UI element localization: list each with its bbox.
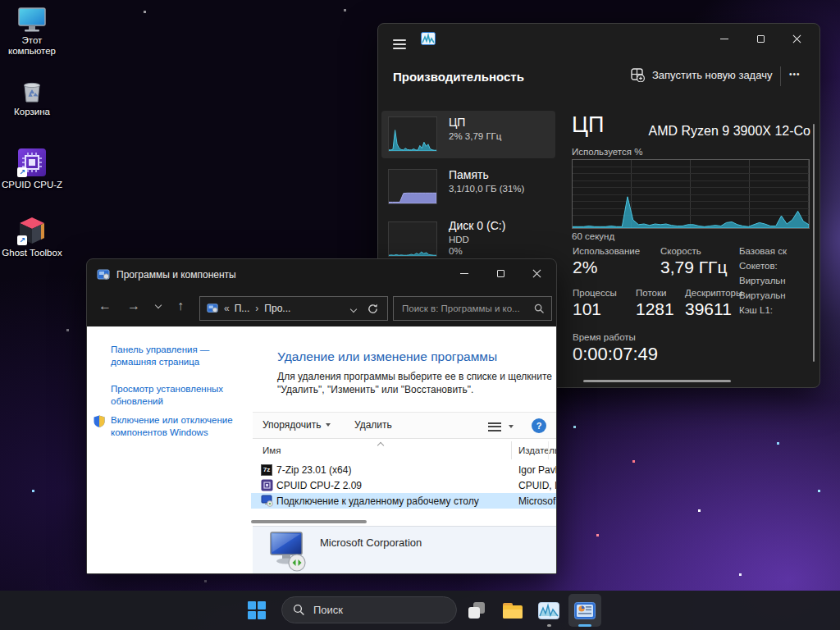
task-view-button[interactable] <box>460 594 493 627</box>
program-name: 7-Zip 23.01 (x64) <box>276 464 351 476</box>
recent-pages-chevron[interactable] <box>155 302 162 308</box>
link-control-panel-home[interactable]: Панель управления — домашняя страница <box>111 344 235 368</box>
program-row-rdp-selected[interactable]: Подключение к удаленному рабочему столу … <box>251 493 556 509</box>
run-new-task-button[interactable]: Запустить новую задачу <box>631 68 772 82</box>
close-button[interactable] <box>778 26 815 51</box>
shortcut-arrow-icon: ↗ <box>17 167 27 177</box>
uninstall-button[interactable]: Удалить <box>354 419 392 431</box>
recycle-bin-icon <box>19 78 45 104</box>
desktop-icon-label: Этот компьютер <box>0 35 64 57</box>
section-heading: Удаление или изменение программы <box>277 349 497 364</box>
graph-y-label: Используется % <box>572 147 642 157</box>
minimize-button[interactable] <box>446 261 482 285</box>
search-box[interactable]: Поиск в: Программы и ко... <box>393 296 552 321</box>
window-title: Программы и компоненты <box>116 269 236 281</box>
minimize-button[interactable] <box>706 26 742 51</box>
vertical-scrollbar[interactable] <box>813 124 815 362</box>
close-button[interactable] <box>518 261 555 285</box>
side-label-base-speed: Базовая ск <box>739 246 787 256</box>
program-row-7zip[interactable]: 7z 7-Zip 23.01 (x64) Igor Pavl <box>251 462 556 477</box>
shortcut-arrow-icon: ↗ <box>17 235 27 245</box>
desktop-icon-cpu-z[interactable]: ↗ CPUID CPU-Z <box>0 148 64 190</box>
program-row-cpuz[interactable]: CPUID CPU-Z 2.09 CPUID, In <box>251 477 556 493</box>
programs-window-icon <box>574 602 596 619</box>
search-placeholder: Поиск <box>313 604 343 616</box>
taskbar-search[interactable]: Поиск <box>281 596 457 623</box>
stat-value-processes: 101 <box>573 299 601 319</box>
maximize-button[interactable] <box>482 261 518 285</box>
horizontal-scrollbar[interactable] <box>583 380 731 382</box>
back-button[interactable]: ← <box>98 299 112 313</box>
task-manager-taskbar-button[interactable] <box>532 594 565 627</box>
stat-value-handles: 39611 <box>685 299 732 319</box>
search-placeholder: Поиск в: Программы и ко... <box>402 304 520 313</box>
list-horizontal-scrollbar[interactable] <box>251 520 367 523</box>
program-name: Подключение к удаленному рабочему столу <box>276 495 479 507</box>
column-header-publisher[interactable]: Издатель <box>518 445 557 455</box>
help-button[interactable]: ? <box>532 418 546 433</box>
address-bar[interactable]: « П... › Про... <box>199 296 388 321</box>
sort-ascending-icon <box>377 442 384 449</box>
refresh-icon[interactable] <box>367 303 379 315</box>
link-windows-features[interactable]: Включение или отключение компонентов Win… <box>111 414 242 438</box>
view-dropdown-caret[interactable] <box>509 425 514 428</box>
address-dropdown-chevron[interactable] <box>350 306 357 313</box>
column-divider[interactable] <box>548 441 549 459</box>
desktop-icon-this-pc[interactable]: Этот компьютер <box>0 7 64 57</box>
sidebar-item-sub2: 0% <box>449 246 463 256</box>
forward-button[interactable]: → <box>127 299 140 313</box>
maximize-button[interactable] <box>742 26 778 51</box>
sidebar-item-label: Диск 0 (C:) <box>449 219 505 232</box>
task-manager-app-icon <box>421 32 436 45</box>
new-task-icon <box>631 68 645 82</box>
disk-mini-graph <box>388 221 437 257</box>
task-view-icon <box>468 602 485 619</box>
menu-hamburger-button[interactable] <box>390 34 409 55</box>
stat-label-speed: Скорость <box>660 246 701 256</box>
stat-label-usage: Использование <box>573 246 640 256</box>
sidebar-item-memory[interactable]: Память 3,1/10,0 ГБ (31%) <box>381 163 555 211</box>
this-pc-icon <box>17 7 47 33</box>
desktop-icon-ghost-toolbox[interactable]: ↗ Ghost Toolbox <box>0 216 64 258</box>
selected-program-publisher: Microsoft Corporation <box>320 536 422 549</box>
details-pane: Microsoft Corporation <box>253 526 556 573</box>
header-divider <box>780 66 781 86</box>
file-explorer-icon <box>503 603 523 619</box>
search-icon[interactable] <box>534 304 545 314</box>
column-header-name[interactable]: Имя <box>262 445 281 455</box>
stat-value-speed: 3,79 ГГц <box>660 258 727 277</box>
taskbar: Поиск <box>0 591 840 630</box>
cpu-section-title: ЦП <box>572 112 604 138</box>
section-description: Для удаления программы выберите ее в спи… <box>277 371 557 396</box>
breadcrumb-prefix: « <box>224 303 230 314</box>
uac-shield-icon <box>94 415 105 427</box>
uptime-value: 0:00:07:49 <box>573 344 658 365</box>
file-explorer-button[interactable] <box>496 594 529 627</box>
programs-window-taskbar-button[interactable] <box>568 594 601 627</box>
link-installed-updates[interactable]: Просмотр установленных обновлений <box>111 383 235 407</box>
stat-label-handles: Дескрипторы <box>685 288 742 298</box>
breadcrumb-item[interactable]: П... <box>235 303 250 314</box>
programs-main: Удаление или изменение программы Для уда… <box>251 326 556 573</box>
column-divider[interactable] <box>511 441 512 459</box>
desktop: Этот компьютер Корзина <box>0 0 840 630</box>
organize-button[interactable]: Упорядочить <box>262 419 331 431</box>
page-title: Производительность <box>393 70 524 84</box>
breadcrumb-item[interactable]: Про... <box>264 303 290 314</box>
sidebar-item-cpu[interactable]: ЦП 2% 3,79 ГГц <box>381 111 555 158</box>
desktop-icon-recycle-bin[interactable]: Корзина <box>0 78 64 117</box>
memory-mini-graph <box>388 169 437 204</box>
cpuz-icon <box>261 479 273 491</box>
side-label-sockets: Сокетов: <box>739 261 778 271</box>
graph-x-label: 60 секунд <box>572 231 614 241</box>
cpu-usage-graph <box>572 159 810 229</box>
more-options-button[interactable]: ••• <box>789 70 801 79</box>
side-label-cache-l1: Кэш L1: <box>739 305 773 315</box>
up-button[interactable]: ↑ <box>177 299 184 313</box>
window-controls <box>706 26 815 51</box>
start-button[interactable] <box>240 594 273 627</box>
program-publisher: Microsof <box>518 495 555 507</box>
side-label-virtual-1: Виртуальн <box>739 276 786 285</box>
stat-value-usage: 2% <box>573 258 597 277</box>
view-list-icon[interactable] <box>488 420 501 433</box>
